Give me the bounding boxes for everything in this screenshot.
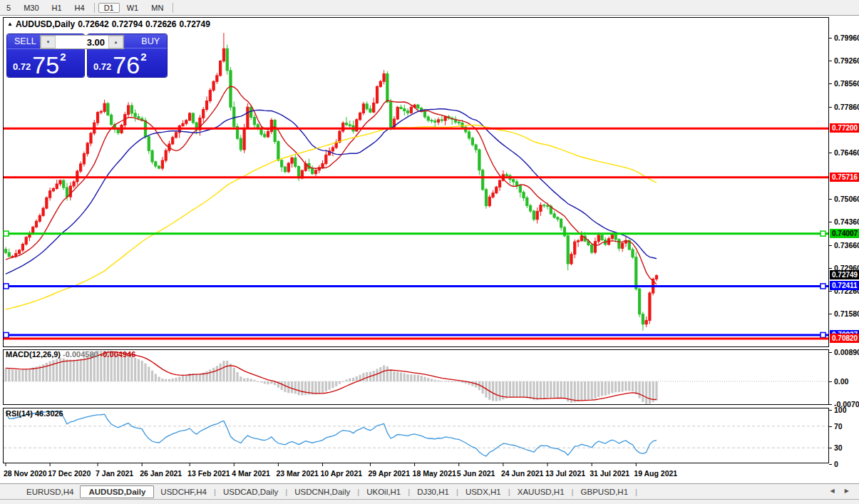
- volume-decrease-button[interactable]: ▼: [41, 36, 56, 48]
- candle-body: [59, 180, 61, 184]
- candle-body: [138, 117, 140, 118]
- candle-body: [253, 118, 255, 125]
- candle-body: [642, 314, 644, 324]
- ohlc-open: 0.72642: [78, 19, 108, 29]
- macd-bar: [318, 381, 320, 394]
- chart-canvas[interactable]: [0, 16, 859, 483]
- date-label: 10 Apr 2021: [321, 469, 363, 478]
- timeframe-button-m30[interactable]: M30: [18, 3, 44, 13]
- macd-bar: [605, 381, 607, 396]
- price-tick: 0.75060: [834, 195, 859, 203]
- candle-body: [117, 129, 119, 133]
- macd-bar: [393, 371, 395, 381]
- timeframe-button-h4[interactable]: H4: [69, 3, 91, 13]
- macd-bar: [601, 381, 603, 396]
- macd-bar: [15, 370, 17, 381]
- macd-bar: [376, 369, 378, 381]
- chart-tab-xauusd[interactable]: XAUUSD,H1: [511, 487, 571, 497]
- candle-body: [345, 123, 347, 125]
- candle-body: [567, 236, 569, 264]
- macd-bar: [580, 381, 582, 401]
- timeframe-button-w1[interactable]: W1: [121, 3, 145, 13]
- ohlc-low: 0.72626: [145, 19, 176, 29]
- chart-tab-gbpusd[interactable]: GBPUSD,H1: [575, 487, 634, 497]
- chart-tab-usdx[interactable]: USDX,H1: [459, 487, 508, 497]
- chart-tab-eurusd[interactable]: EURUSD,H4: [20, 487, 80, 497]
- chart-tab-usdchf[interactable]: USDCHF,H4: [154, 487, 213, 497]
- price-axis[interactable]: 0.799600.792600.785600.778600.764600.750…: [829, 16, 859, 483]
- axis-tick-mark: [829, 352, 832, 353]
- macd-bar: [451, 381, 453, 382]
- candle-body: [8, 252, 10, 256]
- candle-body: [56, 184, 58, 188]
- candle-body: [35, 221, 37, 227]
- macd-bar: [69, 360, 71, 381]
- chart-tab-usdcnh[interactable]: USDCNH,Daily: [288, 487, 356, 497]
- date-label: 26 Jan 2021: [140, 469, 182, 478]
- hline-handle: [4, 231, 9, 236]
- macd-bar: [413, 374, 416, 381]
- ohlc-close: 0.72749: [179, 19, 210, 29]
- macd-bar: [431, 379, 433, 381]
- tab-separator: |: [456, 488, 458, 496]
- chart-tab-ukoil[interactable]: UKOil,H1: [360, 487, 407, 497]
- candle-body: [294, 158, 297, 166]
- macd-bar: [638, 381, 640, 398]
- macd-bar: [29, 369, 31, 381]
- hline-handle: [821, 284, 825, 289]
- macd-name: MACD(12,26,9): [6, 350, 61, 359]
- tab-scroll-arrows[interactable]: ◀ ▶: [830, 488, 853, 494]
- chart-tab-audusd[interactable]: AUDUSD,Daily: [80, 485, 154, 498]
- price-badge-0.74007: 0.74007: [830, 229, 859, 238]
- timeframe-button-d1[interactable]: D1: [98, 3, 120, 13]
- macd-bar: [594, 381, 596, 398]
- candle-body: [107, 103, 109, 115]
- chart-tab-dj30[interactable]: DJ30,H1: [411, 487, 456, 497]
- tab-separator: |: [214, 488, 216, 496]
- candle-body: [461, 123, 463, 128]
- macd-bar: [607, 381, 609, 394]
- tab-separator: |: [285, 488, 287, 496]
- timeframe-button-5[interactable]: 5: [1, 3, 16, 13]
- macd-bar: [49, 361, 51, 381]
- price-tick: 0.74360: [834, 217, 859, 226]
- macd-bar: [574, 381, 576, 402]
- buy-price-big: 76: [113, 54, 140, 76]
- candle-body: [240, 138, 242, 150]
- axis-tick-mark: [829, 245, 832, 246]
- macd-bar: [155, 374, 157, 381]
- date-label: 29 Apr 2021: [368, 469, 410, 478]
- macd-value: -0.004580: [63, 350, 98, 359]
- volume-increase-button[interactable]: ▲: [108, 36, 123, 48]
- macd-indicator-label: MACD(12,26,9) -0.004580 -0.004946: [6, 350, 135, 359]
- macd-bar: [240, 376, 242, 381]
- macd-bar: [284, 381, 286, 392]
- candle-body: [243, 128, 245, 149]
- candle-body: [410, 107, 412, 113]
- ma-line-10: [6, 86, 657, 284]
- timeframe-button-h1[interactable]: H1: [46, 3, 68, 13]
- buy-price: 0.72 76 2: [93, 51, 146, 76]
- candle-body: [270, 120, 272, 131]
- chart-tab-usdcad[interactable]: USDCAD,Daily: [217, 487, 284, 497]
- candle-body: [90, 133, 92, 143]
- macd-bar: [304, 381, 307, 395]
- macd-bar: [148, 366, 150, 381]
- macd-bar: [250, 379, 252, 381]
- candle-body: [182, 123, 184, 125]
- collapse-panel-icon[interactable]: ▲: [7, 21, 13, 27]
- rsi-line: [6, 411, 657, 456]
- candle-body: [362, 104, 364, 113]
- macd-bar: [52, 360, 54, 381]
- volume-input[interactable]: [56, 36, 108, 48]
- candle-body: [519, 186, 521, 192]
- candle-body: [543, 205, 545, 206]
- macd-bar: [632, 381, 634, 391]
- candle-body: [69, 186, 71, 197]
- macd-bar: [655, 381, 657, 400]
- macd-bar: [492, 381, 494, 401]
- timeframe-button-mn[interactable]: MN: [145, 3, 169, 13]
- macd-bar: [127, 356, 129, 381]
- candle-body: [155, 162, 157, 166]
- candle-body: [103, 103, 106, 111]
